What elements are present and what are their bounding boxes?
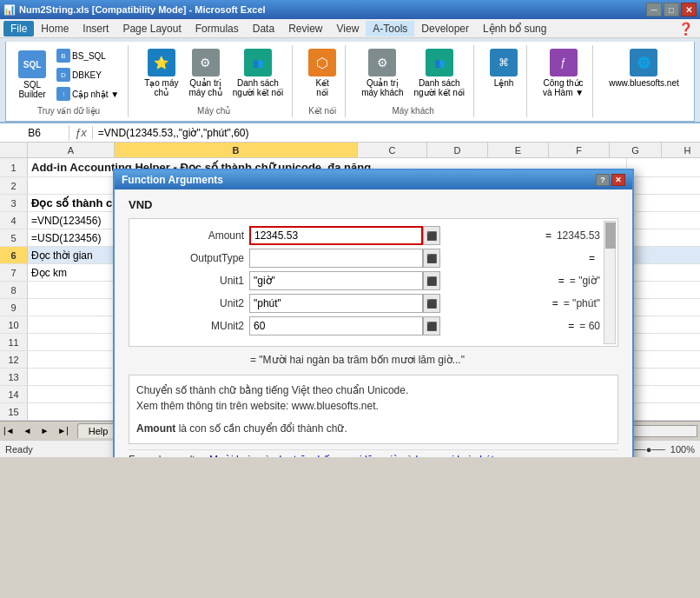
arg-unit2-input[interactable] xyxy=(249,294,423,313)
ds-nguoi-ket-noi-label: Danh sáchngười kết nối xyxy=(233,78,283,97)
menu-formulas[interactable]: Formulas xyxy=(188,21,246,37)
cap-nhat-button[interactable]: ↑ Cập nhật ▼ xyxy=(53,85,122,103)
menu-developer[interactable]: Developer xyxy=(414,21,476,37)
bs-sql-button[interactable]: B BS_SQL xyxy=(53,47,122,64)
args-scrollbar[interactable] xyxy=(604,221,616,344)
ribbon-group-items-connect: ⬡ Kếtnối xyxy=(305,47,340,99)
sheet-nav-first[interactable]: |◄ xyxy=(0,425,18,436)
lenh-label: Lệnh xyxy=(494,78,514,88)
menu-data[interactable]: Data xyxy=(246,21,281,37)
arg-munit2-eq: = xyxy=(566,320,576,332)
maximize-button[interactable]: □ xyxy=(664,3,679,17)
arg-amount-pick-btn[interactable]: ⬛ xyxy=(423,226,440,245)
app-icon: 📊 xyxy=(3,4,16,16)
dialog-title-bar: Function Arguments ? ✕ xyxy=(115,170,632,189)
arg-amount-label: Amount xyxy=(136,229,249,242)
arg-outputtype-eq: = xyxy=(587,252,597,264)
arg-row-unit2: Unit2 ⬛ = = "phút" xyxy=(136,294,600,313)
minimize-button[interactable]: ─ xyxy=(646,3,662,17)
quan-tri-may-chu-button[interactable]: ⚙ Quản trịmáy chủ xyxy=(185,47,225,99)
client-group-label: Máy khách xyxy=(392,104,433,116)
ribbon-group-website: 🌐 www.bluesofts.net xyxy=(600,45,688,117)
formula-input[interactable]: =VND(12345.53,,"giờ","phút",60) xyxy=(93,127,700,139)
menu-home[interactable]: Home xyxy=(34,21,76,37)
menu-atools[interactable]: A-Tools xyxy=(366,21,414,37)
arg-munit2-input[interactable] xyxy=(249,316,423,336)
ribbon-group-server: ⭐ Tạo máychủ ⚙ Quản trịmáy chủ 👥 Danh sá… xyxy=(135,45,293,117)
dialog-help-button[interactable]: ? xyxy=(596,174,610,186)
lenh-button[interactable]: ⌘ Lệnh xyxy=(486,47,521,90)
close-button[interactable]: ✕ xyxy=(681,3,697,17)
quan-tri-may-khach-label: Quản trịmáy khách xyxy=(361,78,403,97)
arg-unit1-pick-btn[interactable]: ⬛ xyxy=(423,271,440,290)
cap-nhat-icon: ↑ xyxy=(56,87,70,101)
arg-row-outputtype: OutputType ⬛ = xyxy=(136,249,600,268)
menu-lenh-bo-sung[interactable]: Lệnh bổ sung xyxy=(476,21,553,37)
title-bar-controls[interactable]: ─ □ ✕ xyxy=(646,3,697,17)
desc-main-text: Chuyển số thành chữ bằng tiếng Việt theo… xyxy=(136,382,611,414)
menu-page-layout[interactable]: Page Layout xyxy=(116,21,188,37)
sheet-nav-prev[interactable]: ◄ xyxy=(20,425,36,436)
sheet-nav: |◄ ◄ ► ►| xyxy=(0,425,72,436)
sheet-area: A B C D E F G H 1 Add-in Accounting Help… xyxy=(0,143,700,421)
cong-thuc-button[interactable]: ƒ Công thứcvà Hàm ▼ xyxy=(539,47,587,99)
function-arguments-dialog: Function Arguments ? ✕ VND Amount ⬛ xyxy=(113,169,634,457)
lenh-icon: ⌘ xyxy=(490,49,518,76)
ds-nguoi-ket-noi-button[interactable]: 👥 Danh sáchngười kết nối xyxy=(229,47,287,99)
ribbon-group-lenh: ⌘ Lệnh xyxy=(481,45,527,117)
cell-reference[interactable]: B6 xyxy=(0,125,69,141)
window-title: Num2String.xls [Compatibility Mode] - Mi… xyxy=(19,4,266,15)
arg-unit1-value: = "giờ" xyxy=(566,275,600,287)
sheet-nav-last[interactable]: ►| xyxy=(54,425,72,436)
website-icon: 🌐 xyxy=(630,49,657,76)
quan-tri-may-khach-button[interactable]: ⚙ Quản trịmáy khách xyxy=(358,47,406,99)
menu-insert[interactable]: Insert xyxy=(76,21,116,37)
arg-outputtype-input-wrapper: ⬛ xyxy=(249,249,587,268)
arg-unit1-input[interactable] xyxy=(249,271,423,290)
args-result-display: = "Mười hai ngàn ba trăm bốn mươi lăm gi… xyxy=(129,350,618,369)
website-button[interactable]: 🌐 www.bluesofts.net xyxy=(605,47,683,90)
sql-builder-button[interactable]: SQL SQLBuilder xyxy=(15,49,50,101)
arg-row-unit1: Unit1 ⬛ = = "giờ" xyxy=(136,271,600,290)
ds-nguoi-ket-noi2-label: Danh sáchngười kết nối xyxy=(414,78,465,97)
dialog-body: VND Amount ⬛ = 12345.53 OutputTy xyxy=(115,189,632,457)
arg-unit1-eq: = xyxy=(557,275,566,287)
ribbon-group-client: ⚙ Quản trịmáy khách 👥 Danh sáchngười kết… xyxy=(353,45,474,117)
menu-view[interactable]: View xyxy=(330,21,367,37)
quan-tri-may-chu-icon: ⚙ xyxy=(192,49,220,76)
menu-review[interactable]: Review xyxy=(281,21,329,37)
ribbon-group-items-lenh: ⌘ Lệnh xyxy=(486,47,521,90)
tao-may-chu-button[interactable]: ⭐ Tạo máychủ xyxy=(141,47,182,99)
arg-amount-input[interactable] xyxy=(249,226,423,245)
ds-nguoi-ket-noi2-button[interactable]: 👥 Danh sáchngười kết nối xyxy=(411,47,468,99)
help-icon[interactable]: ❓ xyxy=(675,22,697,36)
dialog-title-controls: ? ✕ xyxy=(596,174,625,186)
tao-may-chu-label: Tạo máychủ xyxy=(144,78,178,97)
menu-file[interactable]: File xyxy=(3,21,34,37)
dialog-close-button[interactable]: ✕ xyxy=(611,174,625,186)
arg-unit2-input-wrapper: ⬛ xyxy=(249,294,551,313)
arg-outputtype-input[interactable] xyxy=(249,249,423,268)
sheet-nav-next[interactable]: ► xyxy=(36,425,52,436)
quan-tri-may-khach-icon: ⚙ xyxy=(368,49,396,76)
arg-amount-eq: = xyxy=(544,229,553,242)
arg-row-amount: Amount ⬛ = 12345.53 xyxy=(136,226,600,245)
arg-munit2-pick-btn[interactable]: ⬛ xyxy=(423,316,440,336)
ket-noi-label: Kếtnối xyxy=(315,78,328,97)
arg-unit2-pick-btn[interactable]: ⬛ xyxy=(423,294,440,313)
menu-bar: File Home Insert Page Layout Formulas Da… xyxy=(0,19,700,38)
dbkey-button[interactable]: D DBKEY xyxy=(53,66,122,83)
ribbon-group-items-formula: ƒ Công thứcvà Hàm ▼ xyxy=(539,47,587,99)
dbkey-label: DBKEY xyxy=(72,70,102,80)
bs-sql-icon: B xyxy=(56,49,70,63)
ribbon-group-items-query: SQL SQLBuilder B BS_SQL D DBKEY ↑ Cập nh… xyxy=(15,47,122,103)
formula-result-label: Formula result = xyxy=(129,454,204,457)
website-label: www.bluesofts.net xyxy=(609,78,679,88)
bs-sql-label: BS_SQL xyxy=(72,51,106,61)
arg-unit2-label: Unit2 xyxy=(136,297,249,309)
arg-outputtype-pick-btn[interactable]: ⬛ xyxy=(423,249,440,268)
cong-thuc-label: Công thứcvà Hàm ▼ xyxy=(543,78,584,97)
ribbon: SQL SQLBuilder B BS_SQL D DBKEY ↑ Cập nh… xyxy=(0,38,700,123)
ket-noi-button[interactable]: ⬡ Kếtnối xyxy=(305,47,340,99)
sql-builder-label: SQLBuilder xyxy=(18,80,45,99)
